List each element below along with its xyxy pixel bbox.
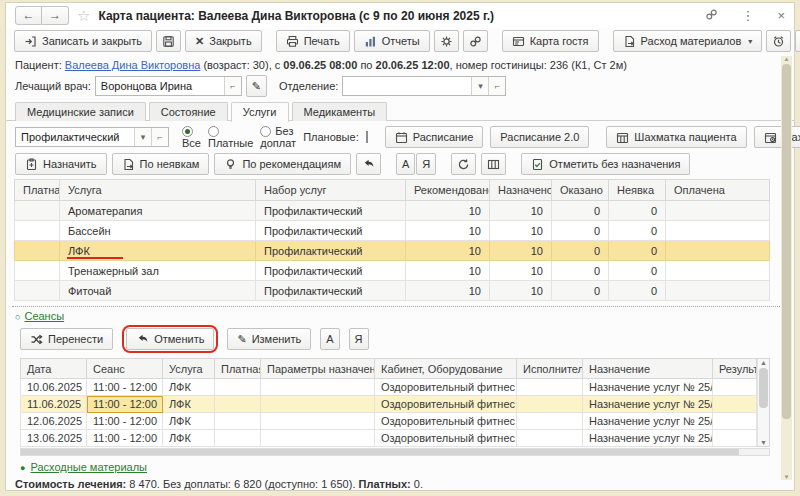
table-row-selected[interactable]: 11.06.2025 11:00 - 12:00 ЛФК Оздоровител…	[21, 396, 757, 413]
refresh-button[interactable]	[451, 153, 476, 175]
columns-button[interactable]	[481, 153, 506, 175]
more-menu-icon[interactable]: ⋮	[741, 8, 754, 23]
by-recommendations-button[interactable]: По рекомендациям	[214, 153, 351, 175]
cell: 0	[552, 201, 609, 221]
col-header: Платная	[215, 359, 261, 379]
scroll-up-icon[interactable]: ▲	[784, 56, 790, 62]
scrollbar-thumb[interactable]	[21, 449, 739, 455]
forward-button[interactable]: →	[42, 6, 69, 25]
cell: ЛФК	[163, 430, 215, 447]
department-field: ▾ ⌐	[342, 76, 506, 96]
table-row[interactable]: 13.06.2025 11:00 - 12:00 ЛФК Оздоровител…	[21, 430, 757, 447]
window-vertical-scrollbar[interactable]: ▲ ▼	[781, 56, 792, 480]
egisz-button[interactable]: ЕГИСЗ▾	[795, 30, 800, 52]
service-set-input[interactable]	[16, 128, 134, 146]
guest-card-button[interactable]: Карта гостя	[502, 30, 599, 52]
scrollbar-thumb[interactable]	[759, 368, 768, 408]
cancel-label: Отменить	[154, 333, 204, 345]
undo-icon	[136, 333, 149, 346]
department-input[interactable]	[343, 77, 471, 95]
planned-checkbox[interactable]	[366, 131, 368, 143]
scroll-down-icon[interactable]: ▼	[760, 439, 767, 446]
col-header: Рекомендовано	[406, 180, 490, 201]
table-row[interactable]: Бассейн Профилактический 10 10 0 0	[15, 221, 770, 241]
table-row[interactable]: Тренажерный зал Профилактический 10 10 0…	[15, 261, 770, 281]
stay-date-from: 09.06.25 08:00	[283, 59, 357, 71]
col-header: Платная	[15, 180, 60, 201]
progress-row: Оказано услуг: 0 из 50 0% Черновики назн…	[6, 492, 794, 496]
tab-medications[interactable]: Медикаменты	[292, 102, 388, 121]
edit-session-button[interactable]: ✎Изменить	[227, 328, 311, 350]
schedule2-button[interactable]: Расписание 2.0	[490, 126, 589, 148]
assign-button[interactable]: Назначить	[15, 153, 107, 175]
refresh-icon	[457, 158, 470, 171]
services-filter-row: ▾ ⌐ Все Платные Без доплат Плановые: Рас…	[6, 121, 794, 151]
sessions-section-link[interactable]: Сеансы	[24, 310, 64, 322]
patient-name-link[interactable]: Валеева Дина Викторовна	[65, 59, 201, 71]
scrollbar-thumb[interactable]	[782, 64, 791, 419]
radio-paid-circle	[208, 126, 219, 137]
link-button[interactable]	[463, 30, 488, 52]
collapse-circle-icon[interactable]: ○	[15, 312, 20, 322]
mark-label: Отметить без назначения	[549, 158, 680, 170]
by-no-shows-button[interactable]: По неявкам	[112, 153, 210, 175]
service-button[interactable]	[434, 30, 459, 52]
alarm-clock-icon	[772, 35, 785, 48]
back-button[interactable]: ←	[15, 6, 42, 25]
radio-all[interactable]: Все	[182, 125, 201, 149]
save-button[interactable]	[156, 30, 181, 52]
service-set-dropdown-icon[interactable]: ▾	[134, 128, 151, 146]
cancel-session-button[interactable]: Отменить	[126, 328, 214, 350]
tab-services[interactable]: Услуги	[231, 102, 289, 122]
tab-state[interactable]: Состояние	[149, 102, 228, 121]
reports-button[interactable]: Отчеты	[354, 30, 430, 52]
save-and-close-button[interactable]: Записать и закрыть	[14, 30, 152, 52]
table-row[interactable]: Ароматерапия Профилактический 10 10 0 0	[15, 201, 770, 221]
chess-patient-button[interactable]: Шахматка пациента	[606, 126, 746, 148]
table-row-selected[interactable]: ЛФК Профилактический 10 10 0 0	[15, 241, 770, 261]
assign-label: Назначить	[43, 158, 97, 170]
tab-medical-records[interactable]: Медицинские записи	[15, 102, 146, 121]
cell	[517, 396, 583, 413]
paid-label: Платных:	[359, 478, 411, 490]
reminder-button[interactable]	[766, 30, 791, 52]
sessions-vertical-scrollbar[interactable]: ▲ ▼	[757, 358, 770, 447]
service-set-open-icon[interactable]: ⌐	[151, 128, 168, 146]
radio-paid[interactable]: Платные	[208, 125, 253, 149]
doctor-open-icon[interactable]: ⌐	[224, 77, 241, 95]
mark-without-assignment-button[interactable]: Отметить без назначения	[521, 153, 690, 175]
table-row[interactable]: 10.06.2025 11:00 - 12:00 ЛФК Оздоровител…	[21, 379, 757, 396]
chess-sessions-button[interactable]: Шахматка сеансов	[754, 126, 800, 148]
radio-no-surcharge[interactable]: Без доплат	[260, 125, 296, 149]
cell: Фиточай	[60, 281, 256, 301]
cell	[666, 261, 770, 281]
move-session-button[interactable]: Перенести	[20, 328, 113, 350]
doctor-input[interactable]	[96, 77, 224, 95]
get-link-icon[interactable]	[705, 8, 718, 24]
sort-ya-button[interactable]: Я	[416, 153, 436, 175]
department-dropdown-icon[interactable]: ▾	[471, 77, 488, 95]
materials-section-header: ●Расходные материалы	[6, 456, 794, 474]
cell: 0	[552, 261, 609, 281]
scroll-up-icon[interactable]: ▲	[760, 359, 767, 366]
materials-expense-button[interactable]: Расход материалов ▾	[613, 30, 763, 52]
close-button[interactable]: ✕Закрыть	[185, 30, 262, 52]
sessions-horizontal-scrollbar[interactable]	[20, 448, 770, 456]
doctor-edit-button[interactable]: ✎	[246, 75, 267, 97]
close-window-icon[interactable]: ×	[777, 8, 785, 23]
materials-section-link[interactable]: Расходные материалы	[30, 461, 147, 473]
schedule-button[interactable]: Расписание	[385, 126, 484, 148]
favorite-icon[interactable]: ☆	[77, 7, 90, 25]
sessions-sort-a-button[interactable]: А	[320, 328, 339, 350]
department-open-icon[interactable]: ⌐	[488, 77, 505, 95]
reports-label: Отчеты	[382, 35, 420, 47]
scroll-down-icon[interactable]: ▼	[784, 474, 790, 480]
table-row[interactable]: 12.06.2025 11:00 - 12:00 ЛФК Оздоровител…	[21, 413, 757, 430]
sort-a-button[interactable]: А	[396, 153, 415, 175]
sessions-sort-ya-button[interactable]: Я	[349, 328, 369, 350]
table-row[interactable]: Фиточай Профилактический 10 10 0 0	[15, 281, 770, 301]
print-label: Печать	[304, 35, 340, 47]
print-button[interactable]: Печать	[276, 30, 350, 52]
undo-assign-button[interactable]	[356, 153, 381, 175]
move-label: Перенести	[48, 333, 103, 345]
